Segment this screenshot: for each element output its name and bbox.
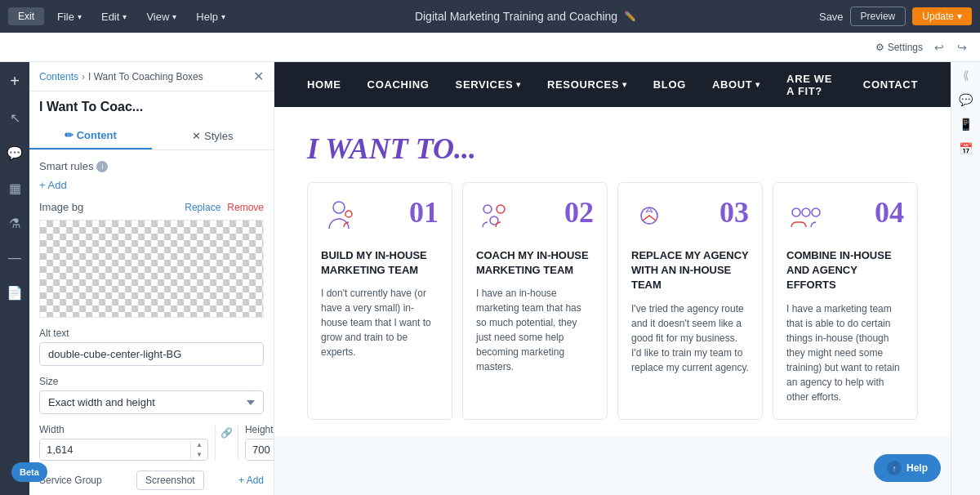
preview-button[interactable]: Preview	[850, 7, 906, 26]
card-4-header: 04	[786, 198, 904, 237]
update-button[interactable]: Update ▾	[912, 7, 972, 25]
card-1-title: BUILD MY IN-HOUSE MARKETING TEAM	[321, 248, 439, 278]
file-menu[interactable]: File ▾	[51, 7, 88, 26]
breadcrumb-separator: ›	[82, 71, 85, 82]
chevron-down-icon: ▾	[957, 11, 962, 22]
width-spin-down[interactable]: ▼	[191, 450, 207, 460]
width-spin-up[interactable]: ▲	[191, 440, 207, 450]
svg-point-3	[497, 205, 505, 213]
nav-blog[interactable]: BLOG	[653, 78, 686, 91]
card-2-number: 02	[564, 198, 594, 227]
help-arrow-icon: ↑	[887, 461, 902, 475]
nav-home[interactable]: HOME	[307, 78, 341, 91]
settings-button[interactable]: ⚙ Settings	[875, 42, 923, 53]
alt-text-input[interactable]	[39, 342, 264, 366]
page-icon[interactable]: 📄	[3, 282, 26, 304]
edit-menu[interactable]: Edit ▾	[95, 7, 133, 26]
chevron-down-icon: ▾	[516, 80, 521, 89]
breadcrumb-home[interactable]: Contents	[39, 71, 78, 82]
chevron-down-icon: ▾	[755, 80, 760, 89]
replace-link[interactable]: Replace	[185, 202, 220, 213]
info-icon: i	[96, 161, 108, 172]
nav-are-we-a-fit[interactable]: ARE WE A FIT?	[786, 73, 837, 97]
pencil-icon[interactable]: ✏️	[624, 11, 636, 22]
help-button[interactable]: ↑ Help	[874, 454, 941, 482]
width-height-row: Width ▲ ▼ 🔗 Height ▲	[39, 424, 264, 461]
card-1-header: 01	[321, 198, 439, 237]
smart-rules-row: Smart rules i	[39, 160, 264, 172]
svg-point-8	[812, 208, 820, 216]
card-2-header: 02	[476, 198, 594, 237]
plus-add-link[interactable]: + Add	[238, 475, 264, 486]
breadcrumb: Contents › I Want To Coaching Boxes	[39, 71, 203, 82]
replace-remove-links: Replace Remove	[185, 202, 264, 213]
service-group-label: Service Group	[39, 475, 102, 486]
undo-redo-group: ↩ ↪	[929, 39, 972, 56]
card-2-icon	[476, 198, 512, 237]
close-button[interactable]: ✕	[253, 69, 264, 84]
panel-title: I Want To Coac...	[29, 91, 274, 123]
card-2-title: COACH MY IN-HOUSE MARKETING TEAM	[476, 248, 594, 278]
right-sidebar: ⟪ 💬 📱 📅	[951, 62, 980, 495]
second-toolbar: ⚙ Settings ↩ ↪	[0, 33, 980, 62]
width-input[interactable]	[40, 439, 190, 460]
beta-badge[interactable]: Beta	[11, 462, 47, 482]
want-section: I WANT TO...	[274, 107, 951, 436]
image-bg-row: Image bg Replace Remove	[39, 201, 264, 213]
card-4: 04 COMBINE IN-HOUSE AND AGENCY EFFORTS I…	[773, 182, 918, 420]
card-3-description: I've tried the agency route and it doesn…	[631, 301, 749, 375]
save-link[interactable]: Save	[819, 11, 844, 23]
card-3-icon	[631, 198, 667, 237]
card-4-title: COMBINE IN-HOUSE AND AGENCY EFFORTS	[786, 248, 904, 293]
size-select[interactable]: Exact width and height Fit to content Cu…	[39, 390, 264, 414]
nav-contact[interactable]: CONTACT	[863, 78, 918, 91]
mobile-icon[interactable]: 📱	[959, 118, 973, 131]
width-input-group: ▲ ▼	[39, 439, 208, 461]
flask-icon[interactable]: ⚗	[6, 212, 24, 234]
edit-icon: ✏	[65, 129, 74, 141]
smart-rules-label: Smart rules i	[39, 160, 108, 172]
card-1-description: I don't currently have (or have a very s…	[321, 286, 439, 359]
side-panel: Contents › I Want To Coaching Boxes ✕ I …	[29, 62, 274, 495]
tab-styles[interactable]: ✕ Styles	[152, 123, 274, 149]
exit-button[interactable]: Exit	[8, 7, 44, 25]
size-label: Size	[39, 376, 264, 387]
main-layout: + ↖ 💬 ▦ ⚗ — 📄 Contents › I Want To Coach…	[0, 62, 980, 495]
help-menu[interactable]: Help ▾	[189, 7, 232, 26]
view-menu[interactable]: View ▾	[140, 7, 183, 26]
canvas-area: HOME COACHING SERVICES ▾ RESOURCES ▾ BLO…	[274, 62, 951, 495]
layout-icon[interactable]: ▦	[6, 177, 24, 199]
height-input[interactable]	[246, 439, 274, 460]
height-field: Height ▲ ▼	[245, 424, 274, 461]
chevron-down-icon: ▾	[622, 80, 627, 89]
image-bg-preview	[39, 220, 264, 318]
width-spinners: ▲ ▼	[190, 440, 207, 460]
add-rule-link[interactable]: + Add	[39, 179, 264, 191]
style-icon: ✕	[192, 130, 201, 142]
tab-content[interactable]: ✏ Content	[29, 123, 152, 149]
card-1: 01 BUILD MY IN-HOUSE MARKETING TEAM I do…	[307, 182, 452, 420]
nav-services[interactable]: SERVICES ▾	[456, 78, 521, 91]
pointer-icon[interactable]: ↖	[7, 107, 24, 129]
panel-header: Contents › I Want To Coaching Boxes ✕	[29, 62, 274, 91]
add-icon[interactable]: +	[7, 69, 23, 94]
card-3-number: 03	[719, 198, 749, 227]
page-title: Digital Marketing Training and Coaching	[415, 10, 617, 23]
nav-resources[interactable]: RESOURCES ▾	[547, 78, 627, 91]
chat-icon[interactable]: 💬	[3, 142, 26, 164]
screenshot-button[interactable]: Screenshot	[136, 470, 204, 490]
card-1-icon	[321, 198, 357, 237]
svg-point-6	[792, 208, 800, 216]
nav-about[interactable]: ABOUT ▾	[712, 78, 760, 91]
calendar-icon[interactable]: 📅	[959, 142, 973, 155]
width-field: Width ▲ ▼	[39, 424, 208, 461]
nav-coaching[interactable]: COACHING	[368, 78, 430, 91]
remove-link[interactable]: Remove	[227, 202, 264, 213]
undo-button[interactable]: ↩	[929, 39, 949, 56]
comment-icon[interactable]: 💬	[959, 93, 973, 106]
card-1-number: 01	[409, 198, 439, 227]
expand-icon[interactable]: ⟪	[963, 69, 969, 82]
card-4-icon	[786, 198, 822, 237]
redo-button[interactable]: ↪	[952, 39, 972, 56]
link-icon: 🔗	[215, 424, 238, 461]
